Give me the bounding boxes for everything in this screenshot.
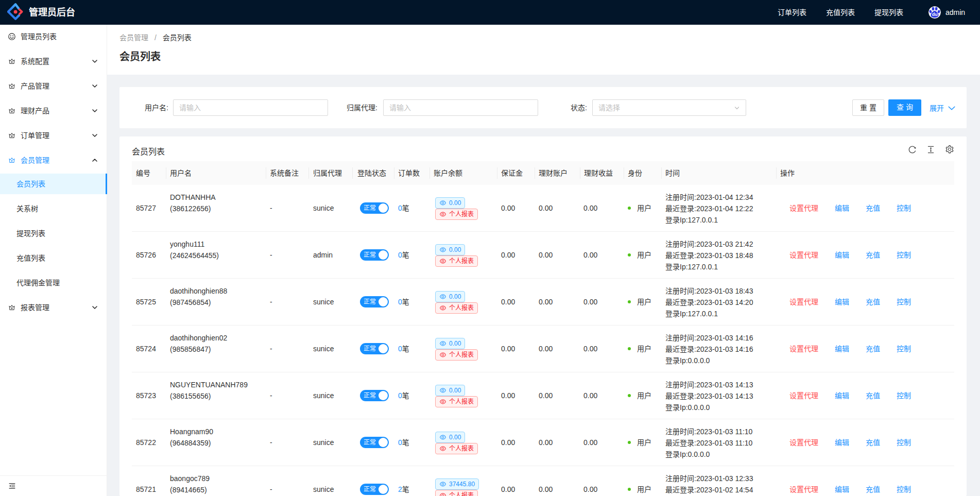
svg-text:du: du bbox=[932, 12, 938, 17]
